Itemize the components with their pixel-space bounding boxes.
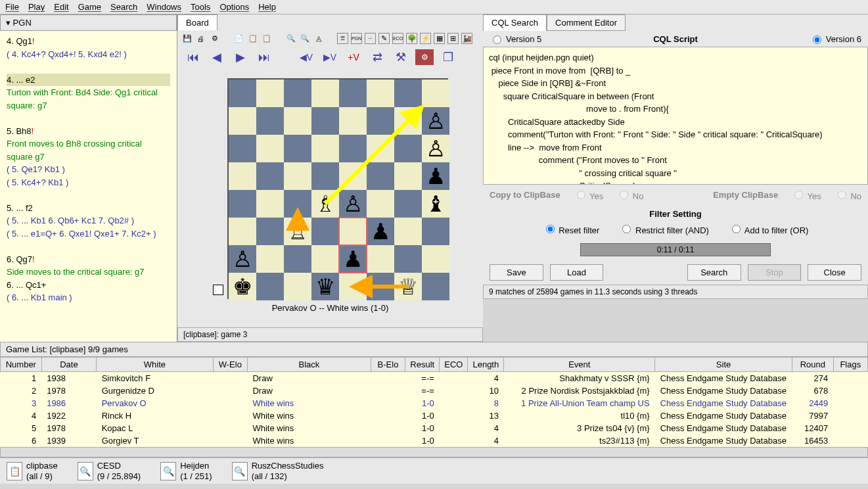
column-header[interactable]: Result bbox=[405, 358, 440, 372]
tree-icon[interactable]: 🌳 bbox=[406, 33, 417, 44]
square-h5[interactable]: ♟ bbox=[422, 162, 449, 190]
piece[interactable]: ♟ bbox=[426, 165, 445, 187]
nav-flip-icon[interactable]: ⇄ bbox=[368, 49, 386, 65]
pgn-line[interactable]: 5. ... f2 bbox=[7, 202, 170, 215]
tab-comment-editor[interactable]: Comment Editor bbox=[547, 14, 626, 31]
square-f6[interactable] bbox=[367, 135, 394, 162]
pgn-content[interactable]: 4. Qg1!( 4. Kc4+? Qxd4+! 5. Kxd4 e2! ) 4… bbox=[0, 31, 177, 342]
square-a2[interactable]: ♙ bbox=[229, 245, 256, 273]
tool-icon[interactable]: ⚙ bbox=[209, 33, 220, 44]
pgn-icon[interactable]: PGN bbox=[351, 33, 362, 44]
filter-restrict-radio[interactable] bbox=[622, 225, 631, 233]
column-header[interactable]: Length bbox=[468, 358, 504, 372]
list-icon[interactable]: ☰ bbox=[337, 33, 348, 44]
square-a1[interactable]: ♚ bbox=[229, 273, 256, 300]
square-f2[interactable] bbox=[367, 245, 394, 273]
column-header[interactable]: Number bbox=[1, 358, 42, 372]
nav-fwd-icon[interactable]: ▶ bbox=[231, 49, 250, 65]
paste2-icon[interactable]: 📋 bbox=[261, 33, 272, 44]
column-header[interactable]: Site bbox=[655, 358, 792, 372]
nav-back-icon[interactable]: ◀ bbox=[208, 49, 226, 65]
column-header[interactable]: ECO bbox=[440, 358, 468, 372]
square-d7[interactable] bbox=[311, 107, 339, 135]
column-header[interactable]: W-Elo bbox=[213, 358, 247, 372]
square-h7[interactable]: ♙ bbox=[422, 107, 449, 135]
diagram-icon[interactable]: ◬ bbox=[313, 33, 324, 44]
nav-engine-icon[interactable]: ⚙ bbox=[415, 49, 434, 65]
db-icon[interactable]: ▦ bbox=[434, 33, 445, 44]
column-header[interactable]: White bbox=[97, 358, 214, 372]
table-row[interactable]: 11938Simkovitch FDraw=-=4Shakhmaty v SSS… bbox=[1, 372, 868, 385]
pgn-line[interactable]: 4. Qg1! bbox=[7, 35, 170, 48]
piece[interactable]: ♛ bbox=[315, 275, 335, 298]
piece[interactable]: ♙ bbox=[426, 137, 445, 160]
eco-icon[interactable]: ECO bbox=[392, 33, 403, 44]
square-f7[interactable] bbox=[367, 107, 394, 135]
square-c7[interactable] bbox=[284, 107, 311, 135]
radio-version5[interactable] bbox=[493, 35, 501, 44]
square-c6[interactable] bbox=[284, 135, 311, 162]
pgn-line[interactable]: ( 5. Qe1? Kb1 ) bbox=[7, 163, 170, 176]
grid-icon[interactable]: ⊞ bbox=[447, 33, 459, 44]
menu-play[interactable]: Play bbox=[28, 2, 45, 12]
piece[interactable]: ♙ bbox=[343, 193, 363, 215]
column-header[interactable]: Flags bbox=[833, 358, 867, 372]
nav-start-icon[interactable]: ⏮ bbox=[184, 49, 202, 65]
square-e6[interactable] bbox=[339, 135, 367, 162]
pgn-line[interactable]: ( 4. Kc4+? Qxd4+! 5. Kxd4 e2! ) bbox=[7, 48, 170, 61]
square-b3[interactable] bbox=[256, 218, 284, 245]
table-row[interactable]: 51978Kopac LWhite wins1-043 Prize ts04 {… bbox=[1, 422, 868, 434]
radio-version6[interactable] bbox=[813, 35, 821, 44]
square-c3[interactable]: ♖ bbox=[284, 218, 311, 245]
square-e8[interactable] bbox=[339, 80, 367, 107]
square-a4[interactable] bbox=[229, 190, 256, 218]
print-icon[interactable]: 🖨 bbox=[195, 33, 206, 44]
close-button[interactable]: Close bbox=[808, 264, 861, 281]
text-icon[interactable]: ··· bbox=[365, 33, 376, 44]
square-a5[interactable] bbox=[229, 162, 256, 190]
square-b6[interactable] bbox=[256, 135, 284, 162]
tab-cql-search[interactable]: CQL Search bbox=[483, 14, 547, 31]
square-h3[interactable] bbox=[422, 218, 449, 245]
square-g1[interactable]: ♕ bbox=[394, 273, 422, 300]
cql-script-editor[interactable]: cql (input heijden.pgn quiet) piece Fron… bbox=[483, 47, 868, 185]
square-h8[interactable] bbox=[422, 80, 449, 107]
pgn-header[interactable]: ▾ PGN bbox=[0, 14, 177, 31]
square-d1[interactable]: ♛ bbox=[311, 273, 339, 300]
menu-options[interactable]: Options bbox=[219, 2, 249, 12]
tab-board[interactable]: Board bbox=[177, 14, 217, 30]
square-b5[interactable] bbox=[256, 162, 284, 190]
train-icon[interactable]: 🚂 bbox=[461, 33, 472, 44]
nav-var-fwd-icon[interactable]: ▶V bbox=[321, 49, 339, 65]
square-b8[interactable] bbox=[256, 80, 284, 107]
square-d3[interactable] bbox=[311, 218, 339, 245]
paste-icon[interactable]: 📋 bbox=[247, 33, 258, 44]
zoom-in-icon[interactable]: 🔍 bbox=[285, 33, 296, 44]
database-item[interactable]: 🔍Heijden(1 / 251) bbox=[160, 461, 212, 481]
square-d8[interactable] bbox=[311, 80, 339, 107]
menu-edit[interactable]: Edit bbox=[54, 2, 68, 12]
square-d2[interactable] bbox=[311, 245, 339, 273]
nav-end-icon[interactable]: ⏭ bbox=[255, 49, 273, 65]
square-c8[interactable] bbox=[284, 80, 311, 107]
square-d6[interactable] bbox=[311, 135, 339, 162]
square-e4[interactable]: ♙ bbox=[339, 190, 367, 218]
square-g7[interactable] bbox=[394, 107, 422, 135]
square-d5[interactable] bbox=[311, 162, 339, 190]
piece[interactable]: ♖ bbox=[288, 220, 308, 243]
gamelist-scrollbar[interactable] bbox=[0, 447, 868, 457]
square-g4[interactable] bbox=[394, 190, 422, 218]
pgn-line[interactable]: ( 6. ... Kb1 main ) bbox=[7, 291, 170, 304]
square-f5[interactable] bbox=[367, 162, 394, 190]
column-header[interactable]: Event bbox=[504, 358, 655, 372]
square-h2[interactable] bbox=[422, 245, 449, 273]
square-h4[interactable]: ♝ bbox=[422, 190, 449, 218]
nav-copy-icon[interactable]: ❐ bbox=[439, 49, 457, 65]
piece[interactable]: ♕ bbox=[398, 275, 418, 298]
square-b2[interactable] bbox=[256, 245, 284, 273]
square-c1[interactable] bbox=[284, 273, 311, 300]
square-g6[interactable] bbox=[394, 135, 422, 162]
square-e7[interactable] bbox=[339, 107, 367, 135]
square-h1[interactable] bbox=[422, 273, 449, 300]
square-h6[interactable]: ♙ bbox=[422, 135, 449, 162]
